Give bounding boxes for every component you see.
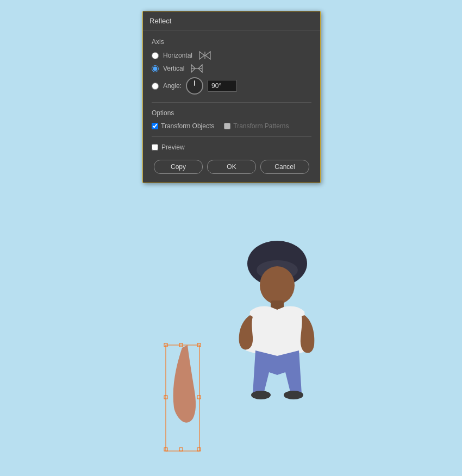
svg-point-20 [284, 391, 303, 399]
selected-arm-group [164, 343, 201, 451]
svg-point-17 [260, 266, 295, 304]
vertical-row: Vertical [152, 64, 311, 73]
horizontal-icon [199, 51, 211, 60]
transform-objects-checkbox[interactable] [152, 123, 158, 129]
options-label: Options [152, 109, 311, 117]
preview-checkbox[interactable] [152, 144, 158, 151]
transform-objects-item: Transform Objects [152, 122, 214, 130]
angle-label[interactable]: Angle: [163, 82, 182, 90]
svg-point-16 [257, 260, 298, 280]
svg-rect-18 [271, 300, 284, 311]
svg-point-15 [247, 241, 307, 286]
svg-rect-12 [164, 396, 167, 399]
vertical-icon [191, 64, 203, 73]
angle-radio[interactable] [152, 83, 159, 90]
character-group [239, 241, 315, 399]
options-section: Options Transform Objects Transform Patt… [152, 109, 311, 130]
svg-marker-0 [199, 52, 204, 59]
transform-objects-label[interactable]: Transform Objects [161, 122, 214, 130]
divider-2 [152, 136, 311, 137]
dial-hand [194, 80, 195, 86]
svg-marker-2 [205, 52, 210, 59]
angle-row: Angle: [152, 77, 311, 95]
copy-button[interactable]: Copy [154, 160, 203, 174]
horizontal-row: Horizontal [152, 51, 311, 60]
divider-1 [152, 102, 311, 103]
svg-rect-8 [197, 343, 201, 347]
svg-rect-13 [197, 396, 201, 399]
axis-label: Axis [152, 38, 311, 46]
transform-patterns-label: Transform Patterns [233, 122, 289, 130]
ok-button[interactable]: OK [207, 160, 256, 174]
axis-section: Axis Horizontal Vertical [152, 38, 311, 95]
angle-input[interactable] [208, 80, 237, 92]
vertical-label[interactable]: Vertical [163, 65, 184, 72]
reflect-dialog: Reflect Axis Horizontal [142, 11, 321, 183]
svg-rect-9 [164, 448, 167, 451]
dialog-body: Axis Horizontal Vertical [143, 30, 320, 183]
svg-rect-6 [166, 345, 199, 451]
transform-patterns-checkbox [224, 123, 230, 129]
options-checkbox-row: Transform Objects Transform Patterns [152, 122, 311, 130]
angle-dial[interactable] [186, 77, 203, 95]
svg-rect-14 [179, 448, 183, 451]
button-row: Copy OK Cancel [152, 160, 311, 174]
svg-point-19 [251, 391, 271, 399]
preview-row: Preview [152, 143, 311, 151]
dialog-titlebar: Reflect [143, 11, 320, 30]
svg-rect-11 [179, 343, 183, 347]
svg-rect-10 [197, 448, 201, 451]
vertical-radio[interactable] [152, 65, 159, 72]
horizontal-radio[interactable] [152, 52, 159, 59]
transform-patterns-item: Transform Patterns [224, 122, 289, 130]
cancel-button[interactable]: Cancel [260, 160, 309, 174]
dialog-title: Reflect [149, 17, 171, 25]
horizontal-label[interactable]: Horizontal [163, 52, 192, 59]
svg-rect-7 [164, 343, 167, 347]
preview-label[interactable]: Preview [161, 143, 185, 151]
